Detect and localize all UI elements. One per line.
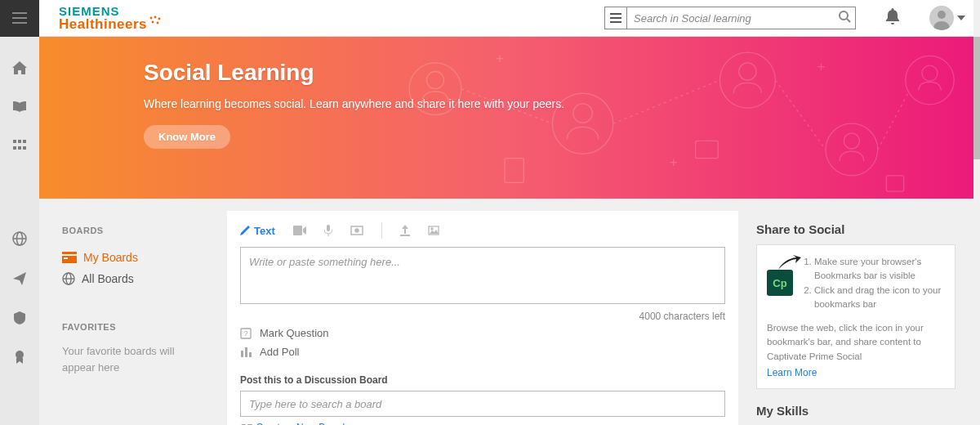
share-heading: Share to Social — [756, 222, 956, 236]
svg-point-4 — [154, 16, 157, 19]
svg-rect-41 — [505, 159, 523, 183]
brand-dots-icon — [149, 15, 163, 30]
tab-audio[interactable] — [324, 225, 332, 236]
bell-icon — [885, 8, 900, 25]
svg-text:+: + — [670, 154, 678, 170]
social-icon — [12, 231, 27, 246]
nav-social[interactable] — [12, 231, 27, 249]
hero-title: Social Learning — [144, 60, 973, 86]
brand-top: SIEMENS — [59, 5, 163, 17]
post-textarea[interactable] — [240, 247, 725, 304]
svg-line-36 — [776, 80, 826, 150]
chevron-down-icon — [957, 16, 965, 20]
svg-point-55 — [431, 228, 433, 230]
svg-point-11 — [840, 11, 848, 20]
paper-plane-icon — [13, 272, 26, 285]
svg-point-3 — [150, 17, 153, 20]
svg-rect-15 — [18, 140, 21, 143]
hamburger-icon — [12, 12, 27, 24]
svg-rect-9 — [610, 17, 621, 19]
poll-icon — [240, 347, 252, 357]
nav-send[interactable] — [13, 272, 26, 289]
svg-rect-16 — [23, 140, 26, 143]
nav-catalog[interactable] — [13, 138, 26, 153]
know-more-button[interactable]: Know More — [144, 125, 230, 149]
create-board-row: OR Create a New Board — [240, 422, 725, 425]
favorites-heading: FAVORITES — [62, 322, 209, 332]
search-group — [604, 7, 856, 29]
add-poll-toggle[interactable]: Add Poll — [240, 342, 725, 361]
share-steps: Make sure your browser's Bookmarks bar i… — [801, 255, 945, 311]
nav-cert[interactable] — [15, 351, 24, 367]
grid-icon — [13, 140, 26, 150]
question-icon: ? — [240, 328, 252, 339]
create-board-link[interactable]: Create a New Board — [256, 422, 345, 425]
notifications-button[interactable] — [885, 8, 900, 28]
svg-point-13 — [938, 11, 946, 19]
right-column: Share to Social Cp Make sure your browse… — [756, 211, 956, 425]
hero-banner: +++ Social Learning Where learning becom… — [39, 37, 973, 199]
svg-rect-60 — [249, 352, 252, 357]
share-box: Cp Make sure your browser's Bookmarks ba… — [756, 244, 956, 389]
board-search-input[interactable] — [240, 391, 725, 417]
tab-screen[interactable] — [350, 226, 363, 235]
mic-icon — [324, 225, 332, 236]
left-nav-rail — [0, 37, 39, 425]
main-menu-button[interactable] — [0, 0, 39, 37]
tab-text[interactable]: Text — [240, 225, 275, 237]
learn-more-link[interactable]: Learn More — [767, 367, 817, 378]
svg-point-31 — [844, 133, 860, 149]
char-counter: 4000 characters left — [240, 311, 725, 322]
svg-rect-46 — [64, 257, 68, 259]
share-step-2: Click and drag the icon to your bookmark… — [814, 284, 945, 312]
svg-rect-17 — [13, 146, 16, 150]
brand-bottom: Healthineers — [59, 17, 163, 31]
home-icon — [12, 61, 27, 74]
nav-learning[interactable] — [12, 101, 27, 115]
svg-rect-59 — [245, 347, 247, 357]
search-input[interactable] — [627, 7, 856, 29]
composer-tabs: Text — [240, 222, 725, 247]
svg-point-30 — [826, 123, 878, 176]
post-composer: Text 4000 characters left ? Mark Questio… — [227, 211, 738, 425]
shield-icon — [14, 311, 25, 324]
svg-point-6 — [152, 21, 154, 24]
svg-rect-14 — [13, 140, 16, 143]
boards-sidebar: BOARDS My Boards All Boards FAVORITES Yo… — [62, 211, 209, 425]
captivate-prime-bookmarklet[interactable]: Cp — [767, 270, 793, 296]
tab-video[interactable] — [293, 226, 306, 235]
upload-icon — [400, 225, 410, 236]
boards-icon — [62, 252, 77, 263]
sidebar-item-my-boards[interactable]: My Boards — [62, 247, 209, 268]
svg-rect-2 — [12, 22, 27, 24]
nav-home[interactable] — [12, 61, 27, 78]
scrollbar-thumb[interactable] — [973, 37, 980, 159]
user-menu[interactable] — [929, 6, 965, 30]
pencil-icon — [240, 226, 250, 235]
svg-rect-45 — [62, 256, 77, 263]
tab-image[interactable] — [428, 226, 439, 235]
mark-question-toggle[interactable]: ? Mark Question — [240, 324, 725, 342]
top-bar: SIEMENS Healthineers — [0, 0, 980, 37]
tab-upload[interactable] — [400, 225, 410, 236]
list-icon — [610, 13, 621, 23]
svg-rect-0 — [12, 12, 27, 14]
globe-icon — [62, 272, 75, 285]
video-icon — [293, 226, 306, 235]
svg-point-23 — [16, 351, 24, 359]
all-boards-label: All Boards — [82, 272, 134, 285]
svg-rect-43 — [887, 176, 904, 191]
svg-rect-8 — [610, 13, 621, 15]
sidebar-item-all-boards[interactable]: All Boards — [62, 268, 209, 289]
brand-logo[interactable]: SIEMENS Healthineers — [59, 5, 163, 31]
svg-rect-42 — [696, 141, 719, 158]
screen-icon — [350, 226, 363, 235]
search-button[interactable] — [838, 10, 851, 26]
nav-badge[interactable] — [14, 311, 25, 328]
hero-subtitle: Where learning becomes social. Learn any… — [144, 97, 973, 110]
boards-heading: BOARDS — [62, 226, 209, 235]
search-filter-button[interactable] — [604, 7, 627, 29]
tab-divider — [381, 222, 382, 239]
drag-arrow-icon — [777, 255, 801, 271]
svg-text:?: ? — [243, 329, 247, 338]
